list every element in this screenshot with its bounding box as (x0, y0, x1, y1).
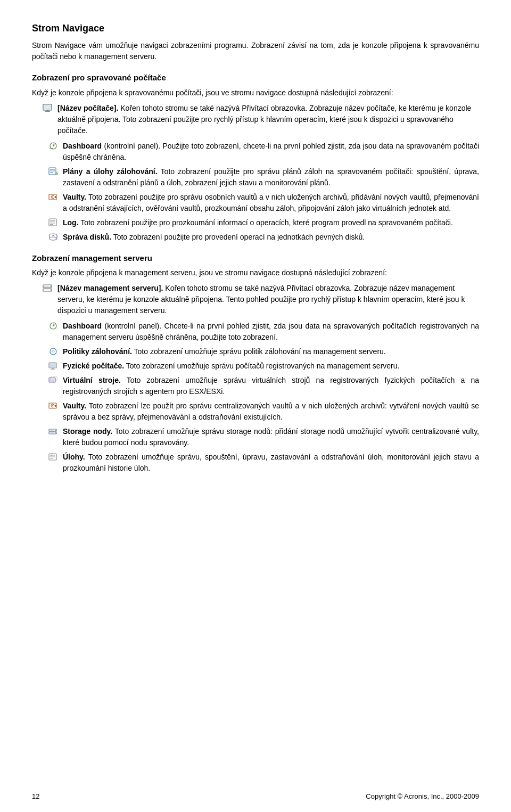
section1-bullet-list: [Název počítače]. Kořen tohoto stromu se… (43, 103, 479, 136)
page-number: 12 (32, 791, 39, 802)
sub-item-text: Dashboard (kontrolní panel). Použijte to… (63, 141, 479, 163)
sub-item-text: Správa disků. Toto zobrazení použijte pr… (63, 232, 479, 243)
sub-item-text: Vaulty. Toto zobrazení použijte pro sprá… (63, 192, 479, 214)
section2-heading: Zobrazení management serveru (32, 252, 479, 265)
list-item: Fyzické počítače. Toto zobrazení umožňuj… (48, 360, 479, 372)
svg-point-49 (52, 405, 53, 406)
sub-item-desc: Toto zobrazení lze použít pro správu cen… (63, 401, 479, 421)
svg-point-39 (53, 351, 54, 352)
svg-point-37 (53, 325, 54, 326)
svg-point-33 (50, 290, 51, 291)
section2-intro: Když je konzole připojena k management s… (32, 267, 479, 278)
sub-item-label-suffix: (kontrolní panel). (102, 322, 161, 330)
list-item: ▲▼ Dashboard (kontrolní panel). Použijte… (48, 141, 479, 163)
bullet-item-desc: Kořen tohoto stromu se také nazývá Přiví… (57, 104, 471, 135)
bullet-item-label: [Název management serveru]. (57, 284, 163, 292)
svg-rect-43 (51, 369, 55, 370)
list-item: Vaulty. Toto zobrazení lze použít pro sp… (48, 400, 479, 423)
list-item: Dashboard (kontrolní panel). Chcete-li n… (48, 321, 479, 343)
sub-item-label: Log. (63, 218, 79, 227)
svg-rect-18 (55, 196, 56, 198)
svg-point-54 (55, 430, 56, 431)
sub-item-label: Správa disků. (63, 233, 111, 241)
list-item: [Název management serveru]. Kořen tohoto… (43, 283, 479, 316)
bullet-item-text: [Název management serveru]. Kořen tohoto… (57, 283, 479, 316)
sub-item-label-suffix: (kontrolní panel). (102, 142, 160, 150)
sub-item-desc: Toto zobrazení použijte pro prozkoumání … (79, 218, 453, 227)
page-title: Strom Navigace (32, 21, 479, 36)
sub-item-text: Dashboard (kontrolní panel). Chcete-li n… (63, 321, 479, 343)
dashboard2-icon (48, 322, 59, 330)
section2-sub-list: Dashboard (kontrolní panel). Chcete-li n… (48, 321, 479, 474)
sub-item-label: Vaulty. (63, 193, 86, 201)
sub-item-text: Fyzické počítače. Toto zobrazení umožňuj… (63, 360, 479, 372)
svg-point-29 (52, 235, 54, 236)
physical-computer-icon (48, 362, 59, 370)
svg-rect-41 (50, 363, 56, 367)
svg-point-32 (50, 286, 51, 287)
vault-icon (48, 193, 59, 201)
sub-item-label: Virtuální stroje. (63, 376, 121, 384)
sub-item-label: Politiky zálohování. (63, 347, 132, 356)
dashboard-icon: ▲▼ (48, 142, 59, 150)
list-item: Politiky zálohování. Toto zobrazení umož… (48, 346, 479, 357)
disk-icon (48, 233, 59, 241)
sub-item-desc: Toto zobrazení umožňuje správu storage n… (63, 427, 479, 447)
sub-item-label: Fyzické počítače. (63, 362, 124, 370)
sub-item-text: Politiky zálohování. Toto zobrazení umož… (63, 346, 479, 357)
sub-item-text: Log. Toto zobrazení použijte pro prozkou… (63, 217, 479, 228)
section1-heading: Zobrazení pro spravované počítače (32, 72, 479, 84)
sub-item-label: Dashboard (63, 322, 102, 330)
sub-item-label: Dashboard (63, 142, 102, 150)
svg-rect-1 (46, 110, 49, 111)
sub-item-desc: Toto zobrazení použijte pro provedení op… (111, 233, 365, 241)
intro-paragraph: Strom Navigace vám umožňuje navigaci zob… (32, 40, 479, 62)
sub-item-desc: Toto zobrazení umožňuje správu virtuální… (63, 376, 479, 396)
section2-bullet-list: [Název management serveru]. Kořen tohoto… (43, 283, 479, 316)
sub-item-label: Úlohy. (63, 453, 85, 461)
sub-item-text: Plány a úlohy zálohování. Toto zobrazení… (63, 166, 479, 188)
svg-text:▲▼: ▲▼ (49, 147, 53, 150)
sub-item-desc: Toto zobrazení umožňuje správu, spouštěn… (63, 453, 479, 472)
svg-point-28 (50, 237, 57, 240)
sub-item-text: Úlohy. Toto zobrazení umožňuje správu, s… (63, 452, 479, 474)
list-item: [Název počítače]. Kořen tohoto stromu se… (43, 103, 479, 136)
list-item: Správa disků. Toto zobrazení použijte pr… (48, 232, 479, 243)
svg-rect-51 (55, 405, 56, 407)
sub-item-desc: Toto zobrazení umožňuje správu počítačů … (124, 362, 399, 370)
sub-item-text: Virtuální stroje. Toto zobrazení umožňuj… (63, 375, 479, 397)
svg-point-55 (55, 432, 56, 433)
list-item: Log. Toto zobrazení použijte pro prozkou… (48, 217, 479, 228)
svg-point-6 (53, 145, 54, 146)
sub-item-label: Vaulty. (63, 401, 86, 410)
section1-sub-list: ▲▼ Dashboard (kontrolní panel). Použijte… (48, 141, 479, 243)
page-footer: 12 Copyright © Acronis, Inc., 2000-2009 (32, 791, 479, 802)
svg-rect-19 (49, 219, 56, 226)
section1-intro: Když je konzole připojena k spravovanému… (32, 87, 479, 99)
copyright: Copyright © Acronis, Inc., 2000-2009 (366, 791, 479, 802)
list-item: Virtuální stroje. Toto zobrazení umožňuj… (48, 375, 479, 397)
sub-item-desc: Toto zobrazení umožňuje správu politik z… (132, 347, 386, 356)
svg-text:↺: ↺ (55, 172, 57, 175)
svg-rect-3 (44, 105, 51, 110)
svg-rect-2 (45, 111, 50, 112)
sub-item-text: Storage nody. Toto zobrazení umožňuje sp… (63, 426, 479, 448)
list-item: Storage nody. Toto zobrazení umožňuje sp… (48, 426, 479, 448)
log-icon (48, 218, 59, 227)
bullet-item-text: [Název počítače]. Kořen tohoto stromu se… (57, 103, 479, 136)
bullet-item-label: [Název počítače]. (57, 104, 118, 112)
svg-point-16 (52, 196, 53, 198)
list-item: Úlohy. Toto zobrazení umožňuje správu, s… (48, 452, 479, 474)
plans-icon: ↺ (48, 167, 59, 176)
svg-rect-42 (52, 368, 54, 369)
list-item: Vaulty. Toto zobrazení použijte pro sprá… (48, 192, 479, 214)
list-item: ↺ Plány a úlohy zálohování. Toto zobraze… (48, 166, 479, 188)
sub-item-label: Storage nody. (63, 427, 112, 436)
virtual-machine-icon (48, 376, 59, 384)
sub-item-text: Vaulty. Toto zobrazení lze použít pro sp… (63, 400, 479, 423)
computer-icon (43, 104, 53, 112)
svg-point-4 (51, 110, 51, 110)
tasks-icon (48, 453, 59, 461)
sub-item-label: Plány a úlohy zálohování. (63, 167, 158, 176)
vault2-icon (48, 401, 59, 410)
